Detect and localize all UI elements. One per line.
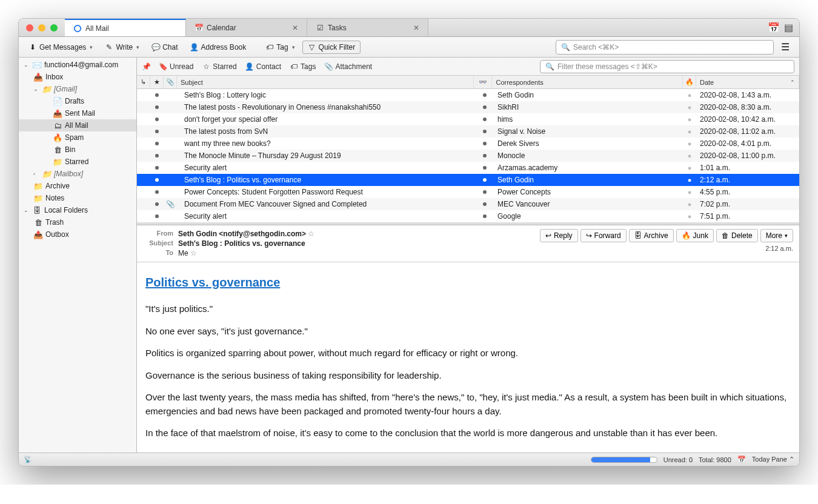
get-messages-button[interactable]: ⬇ Get Messages ▾ xyxy=(24,41,98,53)
folder-inbox[interactable]: 📥 Inbox xyxy=(19,71,136,83)
star-column-header[interactable]: ★ xyxy=(150,76,164,88)
trash-icon: 🗑 xyxy=(33,217,43,227)
message-row[interactable]: Security alertGoogle●7:51 p.m. xyxy=(137,210,799,222)
today-pane-button[interactable]: Today Pane ⌃ xyxy=(752,456,794,463)
filter-contact-button[interactable]: 👤Contact xyxy=(245,62,281,71)
forward-button[interactable]: ↪Forward xyxy=(580,229,627,242)
maximize-window-button[interactable] xyxy=(50,24,58,31)
filter-messages-input[interactable]: 🔍 Filter these messages <⇧⌘K> xyxy=(540,60,794,73)
activity-icon[interactable]: 📡 xyxy=(24,456,32,464)
delete-button[interactable]: 🗑Delete xyxy=(716,229,758,242)
tasks-shortcut-icon[interactable]: ▤ xyxy=(783,23,793,33)
quick-filter-button[interactable]: ▽ Quick Filter xyxy=(302,41,361,54)
filter-attachment-button[interactable]: 📎Attachment xyxy=(324,62,372,71)
more-button[interactable]: More▾ xyxy=(760,229,793,242)
row-read-dot xyxy=(476,105,494,109)
correspondents-column-header[interactable]: Correspondents xyxy=(492,76,683,88)
folder-gmail[interactable]: ⌄ 📁 [Gmail] xyxy=(19,83,136,95)
collapse-icon: › xyxy=(33,171,39,177)
reply-button[interactable]: ↩Reply xyxy=(540,229,578,242)
message-row[interactable]: Security alertArzamas.academy●1:01 a.m. xyxy=(137,162,799,174)
tag-button[interactable]: 🏷 Tag ▾ xyxy=(261,41,299,53)
message-list[interactable]: Seth's Blog : Lottery logicSeth Godin●20… xyxy=(137,89,799,222)
message-row[interactable]: The Monocle Minute – Thursday 29 August … xyxy=(137,150,799,162)
tab-all-mail[interactable]: All Mail xyxy=(65,19,186,36)
message-row[interactable]: Power Concepts: Student Forgotten Passwo… xyxy=(137,186,799,198)
message-row[interactable]: Seth's Blog : Politics vs. governanceSet… xyxy=(137,174,799,186)
tab-calendar[interactable]: 📅 Calendar ✕ xyxy=(186,19,307,36)
account-node[interactable]: ⌄ ✉️ function44@gmail.com xyxy=(19,59,136,71)
row-date: 1:01 a.m. xyxy=(696,164,799,172)
tree-label: Drafts xyxy=(65,97,84,105)
unread-count: Unread: 0 xyxy=(663,456,693,463)
message-title-link[interactable]: Politics vs. governance xyxy=(145,273,791,291)
message-row[interactable]: 📎Document From MEC Vancouver Signed and … xyxy=(137,198,799,210)
close-icon[interactable]: ✕ xyxy=(292,24,298,32)
folder-drafts[interactable]: 📄 Drafts xyxy=(19,95,136,107)
tree-label: All Mail xyxy=(65,121,88,130)
thread-column-header[interactable]: ↳ xyxy=(137,76,150,88)
folder-mailbox[interactable]: › 📁 [Mailbox] xyxy=(19,168,136,180)
row-read-dot xyxy=(476,154,494,158)
filter-starred-button[interactable]: ☆Starred xyxy=(202,62,236,71)
filter-unread-button[interactable]: 🔖Unread xyxy=(159,62,193,71)
folder-starred[interactable]: 📁 Starred xyxy=(19,156,136,168)
folder-notes[interactable]: 📁 Notes xyxy=(19,192,136,204)
bookmark-icon: 🔖 xyxy=(159,62,167,71)
message-row[interactable]: want my three new books?Derek Sivers●202… xyxy=(137,138,799,150)
search-icon: 🔍 xyxy=(545,62,554,71)
junk-column-header[interactable]: 🔥 xyxy=(683,76,696,88)
folder-trash[interactable]: 🗑 Trash xyxy=(19,216,136,228)
write-button[interactable]: ✎ Write ▾ xyxy=(100,41,144,53)
close-icon[interactable]: ✕ xyxy=(413,24,419,32)
folder-all-mail[interactable]: 🗂 All Mail xyxy=(19,119,136,131)
folder-spam[interactable]: 🔥 Spam xyxy=(19,131,136,144)
tree-label: Spam xyxy=(65,133,84,142)
row-correspondent: Arzamas.academy xyxy=(494,164,683,172)
address-book-button[interactable]: 👤 Address Book xyxy=(185,41,251,53)
folder-archive[interactable]: 📁 Archive xyxy=(19,180,136,192)
filter-tags-button[interactable]: 🏷Tags xyxy=(290,62,316,71)
tree-label: Local Folders xyxy=(44,206,88,214)
chevron-up-icon: ⌃ xyxy=(789,456,794,463)
folder-sent[interactable]: 📤 Sent Mail xyxy=(19,107,136,119)
calendar-badge-icon[interactable]: 📅 xyxy=(737,456,746,464)
filter-pin-button[interactable]: 📌 xyxy=(142,62,150,71)
message-row[interactable]: don't forget your special offerhims●2020… xyxy=(137,113,799,125)
row-junk-indicator: ● xyxy=(683,116,696,123)
row-correspondent: Google xyxy=(494,212,683,220)
row-junk-indicator: ● xyxy=(683,188,696,196)
global-search-input[interactable]: 🔍 Search <⌘K> xyxy=(556,40,774,55)
subject-column-header[interactable]: Subject xyxy=(177,76,474,88)
tab-tasks[interactable]: ☑ Tasks ✕ xyxy=(307,19,428,36)
row-junk-indicator: ● xyxy=(683,140,696,147)
close-window-button[interactable] xyxy=(26,24,33,31)
folder-outbox[interactable]: 📤 Outbox xyxy=(19,228,136,240)
status-bar: 📡 Unread: 0 Total: 9800 📅 Today Pane ⌃ xyxy=(19,453,799,466)
message-body: Politics vs. governance "It's just polit… xyxy=(137,262,799,453)
read-column-header[interactable]: 👓 xyxy=(474,76,492,88)
calendar-shortcut-icon[interactable]: 📅 xyxy=(769,23,779,33)
attachment-column-header[interactable]: 📎 xyxy=(164,76,177,88)
svg-point-0 xyxy=(75,25,81,31)
quick-filter-bar: 📌 🔖Unread ☆Starred 👤Contact 🏷Tags 📎Attac… xyxy=(137,58,799,76)
folder-bin[interactable]: 🗑 Bin xyxy=(19,144,136,156)
row-date: 2020-02-08, 11:02 a.m. xyxy=(696,127,799,136)
message-row[interactable]: Seth's Blog : Lottery logicSeth Godin●20… xyxy=(137,89,799,101)
archive-button[interactable]: 🗄Archive xyxy=(629,229,674,242)
chat-button[interactable]: 💬 Chat xyxy=(147,41,182,53)
message-row[interactable]: The latest posts - Revolutionary in Onen… xyxy=(137,101,799,113)
row-read-dot xyxy=(476,93,494,97)
date-column-header[interactable]: Date⌃ xyxy=(696,76,799,88)
row-date: 7:02 p.m. xyxy=(696,200,799,208)
message-row[interactable]: The latest posts from SvNSignal v. Noise… xyxy=(137,125,799,138)
star-icon: ☆ xyxy=(202,62,210,71)
star-icon[interactable]: ☆ xyxy=(190,249,197,257)
local-folders-node[interactable]: ⌄ 🗄 Local Folders xyxy=(19,204,136,216)
folder-icon: 📁 xyxy=(42,169,52,179)
row-junk-indicator: ● xyxy=(683,104,696,111)
junk-button[interactable]: 🔥Junk xyxy=(676,229,714,242)
app-menu-button[interactable]: ☰ xyxy=(776,39,794,55)
star-icon[interactable]: ☆ xyxy=(308,230,314,238)
minimize-window-button[interactable] xyxy=(38,24,45,31)
